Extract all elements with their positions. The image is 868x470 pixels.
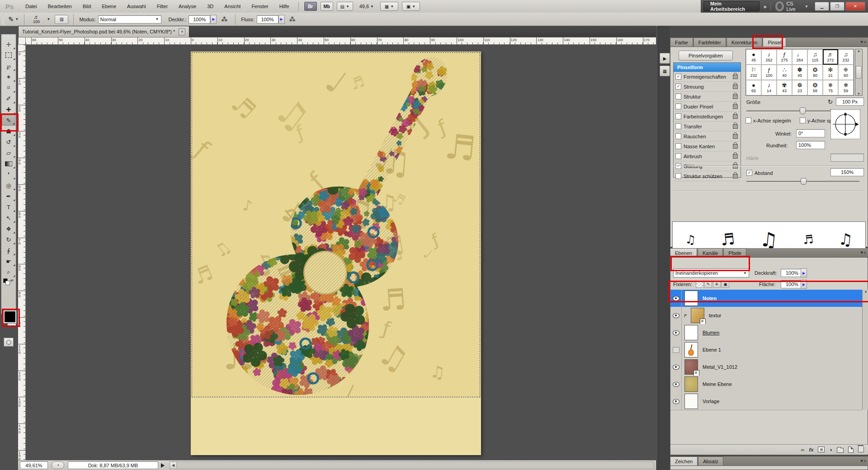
- tab-pinsel[interactable]: Pinsel: [763, 38, 786, 47]
- brush-option-streuung[interactable]: ✓Streuung: [674, 82, 741, 92]
- bridge-button[interactable]: Br: [304, 2, 317, 11]
- layer-row-textur[interactable]: ↳textur: [670, 307, 862, 324]
- scroll-down-icon[interactable]: ▼: [857, 92, 860, 95]
- menu-item-ansicht[interactable]: Ansicht: [219, 0, 246, 13]
- scroll-up-icon[interactable]: ▲: [857, 49, 860, 52]
- visibility-eye-icon[interactable]: [670, 307, 682, 324]
- default-colors-control[interactable]: ⇄: [3, 278, 16, 286]
- panel-menu-icon[interactable]: ▼≡: [860, 459, 866, 463]
- document-viewport[interactable]: ♫♬♩ƒƒ♪♬♪ƒ♫♫ƒ♪♫♬♬ƒƒ♬♬♬ƒƒ♪♬♩♩♪ƒ♬♫♫♩♪♫♩: [26, 45, 656, 460]
- menu-item-auswahl[interactable]: Auswahl: [122, 0, 151, 13]
- tab-zeichen[interactable]: Zeichen: [670, 456, 698, 465]
- flow-spinner[interactable]: ▶: [278, 15, 285, 24]
- brush-preset-picker[interactable]: ♬ 100: [28, 14, 46, 25]
- panel-menu-icon[interactable]: ▼≡: [860, 40, 866, 44]
- layer-thumbnail[interactable]: [684, 325, 698, 340]
- tool-preset-picker[interactable]: ✎▼: [6, 15, 21, 24]
- zoom-percent-field[interactable]: 49,61%: [20, 461, 48, 469]
- scroll-left-icon[interactable]: ◀: [170, 462, 177, 468]
- link-layers-icon[interactable]: ∞: [801, 447, 805, 452]
- reset-size-icon[interactable]: ↻: [828, 99, 833, 105]
- lock-paint-icon[interactable]: ✎: [704, 281, 712, 288]
- layer-row-ebene-1[interactable]: Ebene 1: [670, 341, 862, 359]
- restore-button[interactable]: ❐: [830, 2, 844, 11]
- opacity-spinner[interactable]: ▶: [210, 15, 217, 24]
- layer-row-meine-ebene[interactable]: Meine Ebene: [670, 376, 862, 393]
- brush-presets-button[interactable]: Pinselvorgaben: [679, 51, 733, 61]
- flip-x-checkbox[interactable]: x-Achse spiegeln: [745, 118, 791, 123]
- brush-tool[interactable]: ✎◢: [2, 115, 15, 126]
- layer-thumbnail[interactable]: [691, 308, 704, 323]
- brush-preset-232[interactable]: ⚐232: [746, 65, 761, 80]
- brush-option-struktur-sch-tzen[interactable]: Struktur schützen: [674, 171, 741, 181]
- tab-korrekturen[interactable]: Korrekturen: [726, 38, 762, 47]
- layer-thumbnail[interactable]: [684, 342, 698, 357]
- foreground-color-swatch[interactable]: [4, 310, 16, 323]
- toggle-brush-panel-button[interactable]: ▥: [55, 15, 68, 24]
- menu-item-bearbeiten[interactable]: Bearbeiten: [42, 0, 77, 13]
- visibility-eye-icon[interactable]: [670, 376, 682, 393]
- brush-preset-45[interactable]: ✽45: [792, 65, 807, 80]
- lock-all-icon[interactable]: ▣: [722, 281, 729, 288]
- lock-icon[interactable]: [733, 85, 738, 89]
- layer-row-noten[interactable]: Noten: [670, 290, 862, 307]
- document-size-field[interactable]: Dok: 8,87 MB/63,9 MB: [68, 461, 158, 469]
- lock-icon[interactable]: [733, 94, 738, 99]
- visibility-eye-icon[interactable]: [670, 290, 682, 307]
- layer-name[interactable]: Noten: [703, 296, 717, 301]
- tab-kan-le[interactable]: Kanäle: [698, 248, 723, 257]
- eraser-tool[interactable]: ▱◢: [2, 147, 15, 158]
- delete-layer-icon[interactable]: [858, 446, 864, 452]
- visibility-eye-icon[interactable]: [670, 393, 682, 410]
- lock-icon[interactable]: [733, 154, 738, 159]
- horizontal-scrollbar[interactable]: ◀: [170, 461, 654, 469]
- minimize-button[interactable]: ▁: [815, 2, 829, 11]
- history-panel-icon[interactable]: ▶: [660, 53, 670, 64]
- spacing-checkbox[interactable]: ✓Abstand: [746, 170, 773, 176]
- roundness-field[interactable]: 100%: [796, 141, 825, 149]
- tab-farbfelder[interactable]: Farbfelder: [693, 38, 726, 47]
- mini-bridge-button[interactable]: Mb: [321, 2, 333, 11]
- rotate-3d-tool[interactable]: ↻◢: [2, 234, 15, 245]
- add-mask-icon[interactable]: [818, 446, 825, 452]
- rectangular-marquee-tool[interactable]: ◢: [2, 50, 15, 61]
- quick-mask-button[interactable]: [4, 338, 14, 347]
- layer-name[interactable]: Blumen: [703, 330, 719, 335]
- path-selection-tool[interactable]: ↖◢: [2, 212, 15, 223]
- swap-colors-icon[interactable]: ⇄: [10, 278, 14, 282]
- vertical-ruler[interactable]: 0102030405060708090100110120130140150: [18, 45, 26, 460]
- layers-scrollbar[interactable]: ▲: [862, 290, 868, 410]
- angle-field[interactable]: 0°: [796, 129, 825, 137]
- airbrush-toggle-icon[interactable]: ⁂: [289, 16, 296, 23]
- horizontal-ruler[interactable]: 6050403020100102030405060708090100110120…: [26, 37, 656, 45]
- close-button[interactable]: ✕: [845, 2, 865, 11]
- tab-farbe[interactable]: Farbe: [670, 38, 693, 47]
- brush-preset-59[interactable]: ❄59: [838, 80, 854, 95]
- panel-menu-icon[interactable]: ▼≡: [860, 250, 866, 255]
- menu-item-analyse[interactable]: Analyse: [173, 0, 202, 13]
- layer-row-blumen[interactable]: Blumen: [670, 324, 862, 342]
- spacing-field[interactable]: 150%: [830, 168, 864, 176]
- layer-thumbnail[interactable]: [684, 394, 698, 409]
- spacing-slider-thumb[interactable]: [801, 178, 807, 185]
- screen-mode-button[interactable]: ▣▼: [402, 2, 420, 11]
- brush-option-dualer-pinsel[interactable]: Dualer Pinsel: [674, 102, 741, 112]
- lock-icon[interactable]: [733, 75, 738, 79]
- new-group-icon[interactable]: [837, 448, 844, 453]
- brush-tip-shape-header[interactable]: Pinselform: [674, 63, 741, 72]
- brush-preset-264[interactable]: ♩264: [792, 49, 807, 65]
- zoom-tool[interactable]: ⌕◢: [2, 267, 15, 277]
- menu-item-fenster[interactable]: Fenster: [246, 0, 274, 13]
- layer-row-metal-v1-1012[interactable]: Metal_V1_1012: [670, 358, 862, 376]
- layer-fill-field[interactable]: 100%: [781, 280, 803, 288]
- menu-item-3d[interactable]: 3D: [202, 0, 219, 13]
- adjustment-layer-icon[interactable]: ◑: [829, 447, 832, 452]
- tab-pfade[interactable]: Pfade: [723, 248, 746, 257]
- brush-preset-75[interactable]: ✵75: [823, 80, 838, 95]
- layer-thumbnail[interactable]: [684, 291, 698, 306]
- angle-dial[interactable]: [830, 109, 860, 139]
- info-panel-icon[interactable]: ▦: [660, 66, 670, 76]
- brush-preset-100[interactable]: ƒ100: [761, 65, 777, 80]
- eyedropper-tool[interactable]: ✐◢: [2, 93, 15, 104]
- lock-icon[interactable]: [733, 104, 738, 109]
